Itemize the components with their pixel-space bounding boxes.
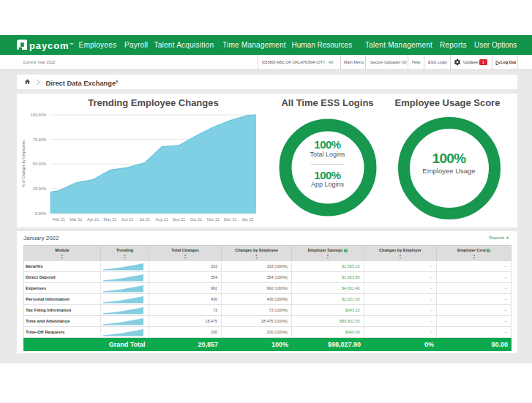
svg-text:Oct 21: Oct 21 — [190, 217, 201, 222]
svg-text:25.00%: 25.00% — [32, 187, 46, 191]
svg-text:50.00%: 50.00% — [32, 162, 46, 166]
svg-text:Jun 21: Jun 21 — [121, 217, 133, 222]
svg-text:Sep 21: Sep 21 — [172, 217, 184, 222]
svg-text:Mar 21: Mar 21 — [70, 217, 82, 222]
svg-text:75.00%: 75.00% — [32, 138, 46, 142]
svg-text:Dec 21: Dec 21 — [224, 217, 236, 222]
svg-text:% of Changes by Employees: % of Changes by Employees — [21, 140, 26, 187]
svg-text:Apr 21: Apr 21 — [86, 217, 98, 222]
svg-text:Jan 22: Jan 22 — [241, 217, 254, 222]
svg-text:May 21: May 21 — [103, 217, 116, 222]
svg-text:Feb 21: Feb 21 — [52, 217, 64, 222]
svg-text:100.00%: 100.00% — [30, 113, 46, 117]
svg-text:Aug 21: Aug 21 — [155, 217, 168, 222]
svg-text:Jul 21: Jul 21 — [139, 217, 150, 222]
svg-text:0.00%: 0.00% — [34, 211, 46, 216]
svg-text:Nov 21: Nov 21 — [206, 217, 219, 222]
